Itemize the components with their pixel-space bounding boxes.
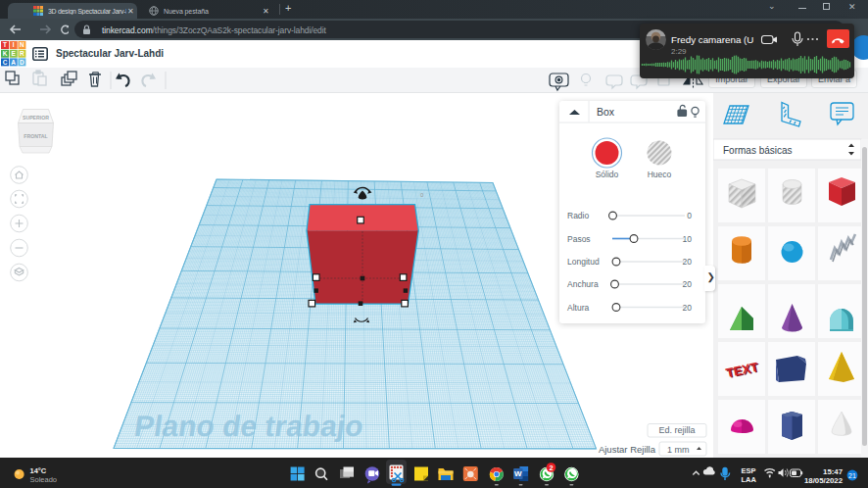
svg-text:Hueco: Hueco xyxy=(648,170,672,179)
svg-text:R: R xyxy=(20,50,24,57)
svg-text:C: C xyxy=(3,59,8,66)
svg-text:21: 21 xyxy=(848,472,856,479)
svg-text:18/05/2022: 18/05/2022 xyxy=(804,476,844,485)
svg-text:Longitud: Longitud xyxy=(567,257,600,267)
svg-text:2:29: 2:29 xyxy=(671,47,687,56)
svg-text:Pasos: Pasos xyxy=(567,234,591,244)
svg-text:Box: Box xyxy=(597,106,615,118)
svg-text:E: E xyxy=(12,50,17,57)
svg-text:Soleado: Soleado xyxy=(30,475,58,484)
svg-text:Sólido: Sólido xyxy=(596,170,619,179)
svg-text:Ed. rejilla: Ed. rejilla xyxy=(658,425,695,435)
svg-text:Altura: Altura xyxy=(567,303,589,313)
svg-text:D: D xyxy=(20,59,24,66)
svg-text:LAA: LAA xyxy=(742,475,757,484)
svg-text:W: W xyxy=(514,469,522,478)
svg-text:1 mm: 1 mm xyxy=(667,445,690,455)
svg-text:0: 0 xyxy=(687,211,692,220)
svg-text:N: N xyxy=(20,41,24,48)
svg-text:FRONTAL: FRONTAL xyxy=(24,133,48,139)
svg-text:14°C: 14°C xyxy=(30,466,47,475)
svg-text:Fredy camarena (U: Fredy camarena (U xyxy=(671,34,753,45)
svg-text:K: K xyxy=(3,50,8,57)
svg-text:15:47: 15:47 xyxy=(823,467,843,476)
svg-text:SUPERIOR: SUPERIOR xyxy=(23,115,49,121)
svg-text:Ajustar Rejilla: Ajustar Rejilla xyxy=(599,444,656,455)
svg-text:A: A xyxy=(11,59,16,66)
svg-text:T: T xyxy=(3,41,7,48)
svg-text:Radio: Radio xyxy=(567,211,589,220)
svg-text:I: I xyxy=(13,41,15,48)
svg-text:Formas básicas: Formas básicas xyxy=(723,145,793,156)
svg-text:0: 0 xyxy=(420,192,424,198)
svg-text:2: 2 xyxy=(549,464,553,472)
svg-text:Anchura: Anchura xyxy=(567,279,599,289)
